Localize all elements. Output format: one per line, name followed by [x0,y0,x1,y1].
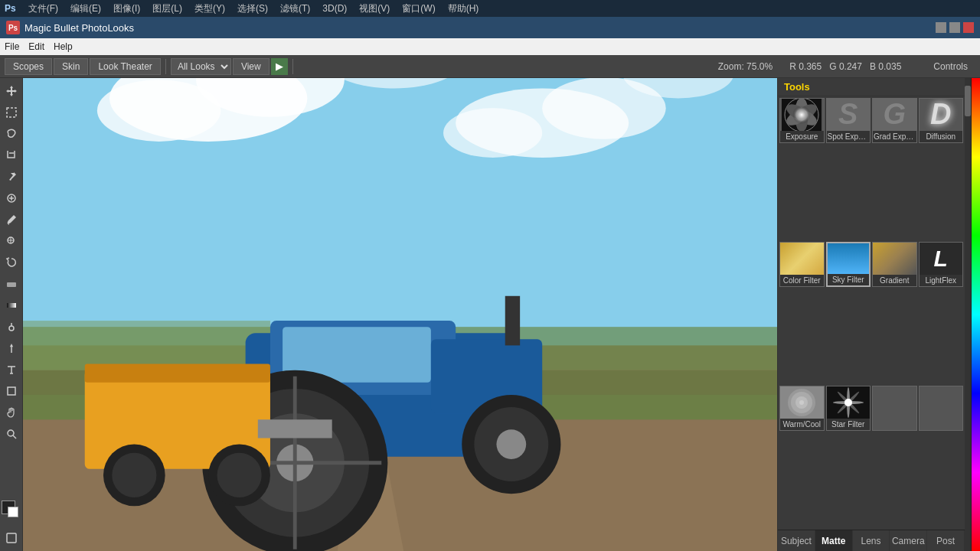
empty-preview-1 [873,386,916,430]
maximize-button[interactable] [949,22,960,33]
right-scrollbar[interactable] [965,78,971,551]
tool-crop[interactable] [2,145,21,165]
os-menu-file[interactable]: 文件(F) [28,2,58,15]
tab-lens[interactable]: Lens [853,530,890,551]
tool-dodge[interactable] [2,317,21,337]
tool-card-grad-exposure[interactable]: G Grad Exposure [872,98,917,143]
tools-grid: Exposure S Spot Exposure G Grad Exposure [778,96,965,530]
tool-card-gradient-label: Gradient [873,275,916,286]
tool-card-warm-cool[interactable]: Warm/Cool [779,386,825,431]
tool-clone[interactable] [2,231,21,251]
os-menu-edit[interactable]: 编辑(E) [70,2,101,15]
window-controls [936,22,974,33]
all-looks-dropdown[interactable]: All Looks [171,58,231,75]
os-menu-type[interactable]: 类型(Y) [194,2,225,15]
os-menu-help[interactable]: 帮助(H) [448,2,479,15]
tool-history[interactable] [2,253,21,272]
bottom-tabs: Subject Matte Lens Camera Post [778,530,965,551]
app-title: Magic Bullet PhotoLooks [24,22,134,34]
tool-brush[interactable] [2,210,21,230]
tab-subject[interactable]: Subject [778,530,815,551]
svg-point-53 [792,106,811,124]
os-menu-filter[interactable]: 滤镜(T) [280,2,310,15]
color-swatch-wrapper[interactable] [2,500,21,520]
gradient-preview [873,243,916,275]
menu-edit[interactable]: Edit [28,41,44,52]
scopes-button[interactable]: Scopes [5,58,52,75]
tool-card-grad-label: Grad Exposure [873,131,916,142]
empty-preview-2 [920,386,963,430]
tool-heal[interactable] [2,188,21,208]
app-menubar: File Edit Help [0,38,980,55]
tool-card-lightflex[interactable]: L LightFlex [919,242,964,287]
tool-lasso[interactable] [2,124,21,144]
app-icon: Ps [6,21,20,34]
os-menu-layer[interactable]: 图层(L) [152,2,182,15]
tool-text[interactable] [2,360,21,380]
tool-card-spot-exposure[interactable]: S Spot Exposure [826,98,871,143]
tool-eraser[interactable] [2,274,21,294]
svg-point-41 [112,453,156,497]
os-menubar: Ps 文件(F) 编辑(E) 图像(I) 图层(L) 类型(Y) 选择(S) 滤… [0,0,980,17]
os-menu-image[interactable]: 图像(I) [113,2,140,15]
tool-card-color-filter[interactable]: Color Filter [779,242,825,287]
background-color[interactable] [8,507,18,517]
tool-pen[interactable] [2,338,21,358]
menu-file[interactable]: File [5,41,19,52]
play-button[interactable]: ▶ [271,58,288,75]
tool-zoom[interactable] [2,424,21,444]
tool-card-sky-filter[interactable]: Sky Filter [826,242,871,287]
tool-select-rect[interactable] [2,103,21,122]
svg-rect-6 [8,387,15,395]
view-button[interactable]: View [233,58,270,75]
svg-rect-8 [7,533,16,543]
os-menu-view[interactable]: 视图(V) [359,2,390,15]
tool-card-empty-2 [919,386,964,431]
canvas-area [23,78,777,551]
tool-card-sky-label: Sky Filter [828,274,870,285]
svg-point-7 [8,430,14,436]
tab-camera[interactable]: Camera [890,530,927,551]
tool-card-gradient[interactable]: Gradient [872,242,917,287]
svg-rect-3 [7,282,16,287]
os-menu-window[interactable]: 窗口(W) [402,2,435,15]
toolbar-separator-2 [292,59,293,74]
b-value: 0.035 [878,61,901,72]
lightflex-preview: L [920,243,963,275]
zoom-label: Zoom: [718,61,744,72]
tool-hand[interactable] [2,403,21,422]
tool-gradient-tool[interactable] [2,295,21,315]
svg-rect-28 [505,296,520,346]
title-bar: Ps Magic Bullet PhotoLooks [0,17,980,38]
tool-card-star-filter[interactable]: Star Filter [826,386,871,431]
skin-button[interactable]: Skin [54,58,88,75]
look-theater-button[interactable]: Look Theater [90,58,161,75]
svg-point-12 [97,80,220,142]
tool-card-exposure[interactable]: Exposure [779,98,825,143]
minimize-button[interactable] [936,22,946,33]
ps-icon: Ps [5,3,16,14]
tab-matte[interactable]: Matte [815,530,853,551]
menu-help[interactable]: Help [54,41,73,52]
scroll-thumb[interactable] [965,86,971,116]
r-value: 0.365 [799,61,822,72]
sky-filter-preview [828,243,870,274]
tool-eyedropper[interactable] [2,167,21,187]
os-menu-3d[interactable]: 3D(D) [322,3,347,14]
os-menu-select[interactable]: 选择(S) [237,2,268,15]
tool-card-lightflex-label: LightFlex [920,275,963,286]
tool-screen-mode[interactable] [2,528,21,548]
main-content: Tools [0,78,980,551]
svg-rect-39 [85,364,270,383]
controls-label: Controls [933,61,968,72]
tool-shape[interactable] [2,381,21,401]
toolbar-separator-1 [165,59,166,74]
tool-card-diffusion[interactable]: D Diffusion [919,98,964,143]
svg-rect-22 [23,321,270,370]
tool-card-spot-label: Spot Exposure [827,131,871,142]
grad-exposure-preview: G [873,99,916,131]
close-button[interactable] [963,22,974,33]
tool-card-exposure-label: Exposure [780,131,824,142]
tab-post[interactable]: Post [927,530,965,551]
tool-move[interactable] [2,81,21,101]
